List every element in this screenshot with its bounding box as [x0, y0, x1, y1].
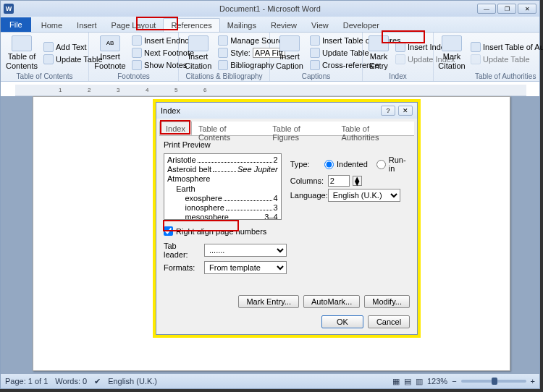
show-notes-icon [132, 60, 142, 70]
mark-entry-icon [369, 35, 389, 51]
titlebar: W Document1 - Microsoft Word — ❐ ✕ [1, 1, 539, 17]
update-icon [43, 54, 54, 64]
dialog-tab-index[interactable]: Index [159, 122, 192, 135]
table-of-contents-button[interactable]: Table of Contents [4, 34, 40, 72]
citation-icon [188, 35, 209, 51]
group-label-index: Index [366, 72, 430, 81]
tof-icon [310, 35, 320, 46]
status-words[interactable]: Words: 0 [55, 377, 87, 385]
type-runin-radio[interactable] [376, 160, 386, 169]
view-print-icon[interactable]: ▦ [392, 377, 400, 386]
status-language[interactable]: English (U.K.) [108, 377, 157, 385]
status-bar: Page: 1 of 1 Words: 0 ✔ English (U.K.) ▦… [1, 374, 539, 388]
language-label: Language: [290, 191, 325, 200]
app-window: W Document1 - Microsoft Word — ❐ ✕ File … [0, 0, 540, 389]
zoom-out-button[interactable]: − [452, 377, 456, 385]
modify-button[interactable]: Modify... [364, 295, 410, 308]
tab-references[interactable]: References [163, 18, 219, 32]
view-read-icon[interactable]: ▤ [404, 377, 411, 386]
tab-review[interactable]: Review [264, 19, 304, 32]
tab-view[interactable]: View [304, 19, 336, 32]
formats-label: Formats: [164, 263, 201, 272]
add-text-icon [43, 42, 54, 52]
cross-icon [310, 60, 320, 70]
type-indented-radio[interactable] [324, 160, 334, 169]
type-label: Type: [290, 160, 321, 169]
toc-icon [12, 35, 32, 51]
toc-label: Table of Contents [6, 52, 38, 69]
ruler-horizontal[interactable]: 123456 [15, 85, 526, 96]
ok-button[interactable]: OK [321, 315, 363, 328]
footnote-icon: AB [100, 35, 120, 51]
mark-entry-dialog-button[interactable]: Mark Entry... [238, 295, 299, 308]
style-icon [218, 48, 228, 58]
index-dialog: Index ? ✕ Index Table of Contents Table … [156, 102, 418, 335]
group-label-toc: Table of Contents [4, 72, 85, 81]
dialog-tab-toa[interactable]: Table of Authorities [334, 122, 414, 135]
dialog-help-button[interactable]: ? [381, 106, 395, 116]
window-title: Document1 - Microsoft Word [219, 4, 321, 13]
toa-icon [471, 42, 481, 52]
columns-input[interactable] [328, 175, 350, 187]
tab-insert[interactable]: Insert [70, 19, 104, 32]
manage-icon [218, 35, 228, 46]
dialog-titlebar: Index ? ✕ [156, 103, 417, 119]
update-toa-button[interactable]: Update Table [468, 54, 543, 65]
tab-page-layout[interactable]: Page Layout [104, 19, 164, 32]
dialog-tab-toc[interactable]: Table of Contents [192, 122, 266, 135]
minimize-button[interactable]: — [477, 4, 496, 14]
insert-toa-button[interactable]: Insert Table of Authorities [468, 41, 543, 53]
update-index-button[interactable]: Update Index [393, 54, 457, 65]
tab-leader-label: Tab leader: [164, 242, 201, 259]
zoom-slider[interactable] [461, 380, 526, 383]
dialog-tabs: Index Table of Contents Table of Figures… [159, 122, 414, 136]
update2-icon [310, 48, 320, 58]
insert-footnote-button[interactable]: ABInsert Footnote [92, 34, 128, 72]
group-label-captions: Captions [273, 72, 359, 81]
group-label-footnotes: Footnotes [92, 72, 175, 81]
biblio-icon [218, 60, 228, 70]
automark-button[interactable]: AutoMark... [303, 295, 360, 308]
insert-caption-button[interactable]: Insert Caption [273, 34, 306, 72]
status-page[interactable]: Page: 1 of 1 [5, 377, 48, 385]
ribbon-tabs: File Home Insert Page Layout References … [1, 17, 539, 33]
tab-home[interactable]: Home [34, 19, 70, 32]
zoom-value[interactable]: 123% [427, 377, 447, 385]
ribbon: Table of Contents Add Text Update Table … [1, 33, 539, 82]
dialog-body: Aristotle2 Asteroid beltSee Jupiter Atmo… [156, 149, 417, 224]
formats-select[interactable]: From template [204, 261, 287, 274]
print-preview: Aristotle2 Asteroid beltSee Jupiter Atmo… [164, 153, 282, 220]
dialog-close-button[interactable]: ✕ [398, 106, 413, 116]
tab-mailings[interactable]: Mailings [220, 19, 264, 32]
settings-column: Type: Indented Run-in Columns: ▲▼ Langua… [290, 153, 410, 220]
update-toa-icon [471, 54, 481, 64]
next-footnote-icon [132, 48, 142, 58]
dialog-tab-tof[interactable]: Table of Figures [266, 122, 334, 135]
insert-citation-button[interactable]: Insert Citation [182, 34, 214, 72]
tab-developer[interactable]: Developer [336, 19, 387, 32]
zoom-in-button[interactable]: + [531, 377, 535, 385]
right-align-label: Right align page numbers [176, 227, 266, 236]
insert-index-icon [395, 42, 405, 52]
view-web-icon[interactable]: ▥ [416, 377, 423, 386]
right-align-row: Right align page numbers [156, 224, 417, 238]
update-index-icon [395, 54, 405, 64]
cancel-button[interactable]: Cancel [368, 315, 410, 328]
highlight-dialog-frame: Index ? ✕ Index Table of Contents Table … [153, 99, 421, 338]
endnote-icon [132, 35, 142, 46]
group-label-cites: Citations & Bibliography [182, 72, 266, 81]
language-select[interactable]: English (U.K.) [328, 189, 400, 202]
mark-entry-button[interactable]: Mark Entry [366, 34, 392, 72]
right-align-checkbox[interactable] [164, 226, 173, 236]
spell-check-icon[interactable]: ✔ [94, 377, 101, 386]
close-button[interactable]: ✕ [518, 4, 536, 14]
word-icon: W [4, 4, 14, 14]
restore-button[interactable]: ❐ [497, 4, 516, 14]
caption-icon [279, 35, 300, 51]
group-label-toa: Table of Authorities [437, 72, 543, 81]
columns-label: Columns: [290, 176, 325, 185]
mark-citation-icon [442, 35, 462, 51]
dialog-title: Index [161, 106, 180, 115]
tab-file[interactable]: File [1, 17, 31, 32]
tab-leader-select[interactable]: ....... [204, 244, 287, 257]
